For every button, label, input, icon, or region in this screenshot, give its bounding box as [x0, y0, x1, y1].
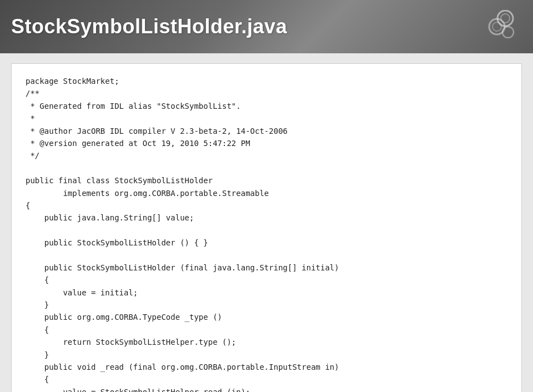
svg-point-3: [492, 22, 501, 31]
logo-icon: [477, 10, 516, 43]
page-header: StockSymbolListHolder.java: [0, 0, 533, 53]
code-panel: package StockMarket; /** * Generated fro…: [11, 63, 522, 392]
page-title: StockSymbolListHolder.java: [11, 15, 287, 38]
svg-point-4: [502, 27, 514, 38]
code-content: package StockMarket; /** * Generated fro…: [26, 75, 507, 392]
